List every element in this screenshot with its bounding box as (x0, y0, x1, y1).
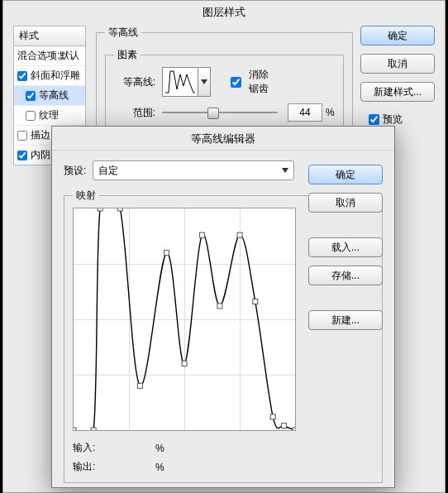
curve-anchor[interactable] (137, 383, 142, 388)
style-row[interactable]: 斜面和浮雕 (14, 66, 85, 86)
curve-path (74, 208, 295, 430)
anti-alias-label: 消除锯齿 (245, 68, 269, 96)
curve-anchor[interactable] (182, 361, 187, 366)
cancel-button[interactable]: 取消 (360, 54, 435, 74)
style-row[interactable]: 等高线 (14, 86, 85, 106)
range-label: 范围: (114, 106, 155, 120)
curve-anchor[interactable] (237, 232, 242, 237)
contour-fieldset: 等高线 图素 等高线: 消除锯齿 (96, 26, 353, 140)
elements-legend: 图素 (114, 48, 141, 62)
curve-anchor[interactable] (270, 414, 275, 419)
style-checkbox[interactable] (26, 91, 36, 101)
curve-anchor[interactable] (293, 428, 295, 430)
style-label: 等高线 (39, 89, 69, 103)
chevron-down-icon (201, 79, 207, 84)
editor-ok-button[interactable]: 确定 (308, 165, 383, 184)
style-label: 纹理 (39, 108, 59, 122)
contour-editor-buttons: 确定 取消 载入... 存储... 新建... (308, 165, 383, 330)
new-style-button[interactable]: 新建样式... (360, 82, 435, 102)
contour-editor-title: 等高线编辑器 (52, 127, 394, 151)
layer-style-title: 图层样式 (3, 1, 445, 22)
curve-anchor[interactable] (98, 208, 102, 211)
curve-svg (74, 208, 295, 430)
svg-marker-0 (201, 79, 207, 84)
curve-anchor[interactable] (282, 424, 287, 428)
range-slider[interactable] (162, 104, 278, 121)
style-checkbox[interactable] (17, 71, 27, 81)
input-percent: % (155, 443, 164, 454)
input-label: 输入: (73, 441, 114, 455)
elements-fieldset: 图素 等高线: 消除锯齿 (105, 48, 344, 131)
anti-alias-checkbox[interactable]: 消除锯齿 (227, 68, 269, 96)
anti-alias-input[interactable] (231, 77, 241, 88)
curve-anchor[interactable] (217, 304, 222, 309)
contour-legend: 等高线 (105, 26, 141, 40)
svg-marker-1 (282, 168, 288, 173)
curve-anchor[interactable] (199, 232, 204, 237)
styles-header[interactable]: 样式 (13, 26, 86, 46)
output-label: 输出: (73, 460, 114, 474)
preset-select[interactable]: 自定 (93, 160, 294, 180)
style-checkbox[interactable] (26, 111, 36, 121)
slider-track (162, 112, 278, 113)
range-input[interactable] (288, 103, 322, 122)
contour-dropdown-arrow[interactable] (198, 67, 211, 97)
curve-anchor[interactable] (74, 428, 76, 430)
editor-cancel-button[interactable]: 取消 (308, 193, 383, 213)
contour-thumbnail[interactable] (162, 67, 198, 97)
style-checkbox[interactable] (17, 131, 27, 141)
slider-thumb[interactable] (207, 108, 219, 119)
curve-canvas[interactable] (73, 208, 296, 431)
curve-anchor[interactable] (253, 299, 258, 304)
style-label: 斜面和浮雕 (31, 69, 80, 83)
style-checkbox[interactable] (17, 151, 27, 160)
contour-label: 等高线: (114, 75, 155, 89)
editor-load-button[interactable]: 载入... (308, 237, 383, 257)
contour-thumbnail-curve (164, 69, 197, 94)
curve-anchor[interactable] (91, 428, 96, 430)
blend-options-row[interactable]: 混合选项:默认 (14, 46, 85, 66)
chevron-down-icon (282, 168, 288, 173)
blend-options-label: 混合选项:默认 (17, 49, 79, 63)
editor-new-button[interactable]: 新建... (308, 310, 383, 330)
ok-button[interactable]: 确定 (360, 26, 435, 45)
output-percent: % (155, 462, 164, 473)
contour-editor-dialog: 等高线编辑器 预设: 自定 映射 输入: % 输出: % 确定 取消 (51, 126, 395, 488)
style-label: 描边 (31, 128, 50, 142)
contour-section: 等高线 图素 等高线: 消除锯齿 (96, 26, 352, 117)
layer-style-buttons: 确定 取消 新建样式... 预览 (360, 26, 435, 127)
preview-label: 预览 (383, 112, 403, 127)
preset-label: 预设: (64, 164, 86, 178)
preset-value: 自定 (98, 164, 118, 178)
mapping-legend: 映射 (73, 189, 99, 203)
curve-anchor[interactable] (164, 251, 169, 256)
style-row[interactable]: 纹理 (14, 106, 85, 126)
range-percent: % (326, 107, 335, 118)
editor-save-button[interactable]: 存储... (308, 266, 383, 285)
preview-input[interactable] (369, 114, 379, 125)
curve-anchor[interactable] (117, 208, 122, 211)
